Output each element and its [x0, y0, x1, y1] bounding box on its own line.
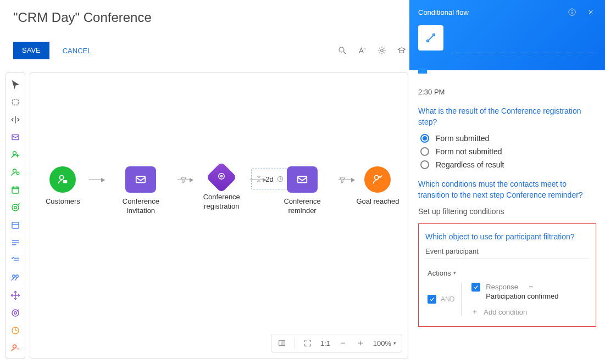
- filter-icon: [338, 176, 346, 184]
- node-registration[interactable]: Conference registration: [193, 166, 250, 211]
- info-icon[interactable]: [567, 7, 578, 18]
- separator: [295, 338, 295, 349]
- zoom-level[interactable]: 100%▾: [373, 339, 396, 348]
- panel-time-value: 2:30 PM: [418, 88, 596, 96]
- svg-point-16: [14, 206, 17, 209]
- checklist-element-icon[interactable]: [9, 254, 21, 266]
- panel-header: Conditional flow: [409, 0, 605, 70]
- question-conditions: Which conditions must the contacts meet …: [418, 179, 596, 200]
- actions-dropdown[interactable]: Actions▾: [428, 269, 589, 277]
- flow-arrow: 2d 2:30 PM: [250, 166, 265, 193]
- filter-icon: [180, 176, 187, 184]
- svg-line-17: [18, 204, 20, 205]
- radio-icon: [420, 147, 429, 156]
- node-customers-label: Customers: [46, 197, 80, 206]
- save-button[interactable]: SAVE: [13, 42, 49, 59]
- exit-element-icon[interactable]: [9, 342, 21, 354]
- flow-type-icon: [418, 25, 443, 51]
- svg-rect-38: [63, 180, 67, 183]
- node-reminder[interactable]: Conference reminder: [266, 166, 339, 216]
- radio-icon: [420, 134, 429, 143]
- email-element-icon[interactable]: [9, 131, 21, 143]
- condition-row[interactable]: Response = Participation confirmed: [471, 283, 558, 300]
- checkbox-checked-icon: [428, 295, 436, 304]
- checkbox-checked-icon: [471, 283, 480, 292]
- svg-point-59: [433, 34, 435, 36]
- question-result: What is the result of the Conference reg…: [418, 106, 596, 127]
- gear-icon[interactable]: [376, 45, 387, 56]
- cancel-button[interactable]: CANCEL: [63, 47, 92, 55]
- text-style-icon[interactable]: [357, 45, 368, 56]
- add-lead-icon[interactable]: [9, 166, 21, 178]
- properties-panel: Conditional flow 2:30 PM What is the res…: [409, 0, 605, 364]
- list-element-icon[interactable]: [9, 237, 21, 249]
- svg-line-1: [343, 52, 346, 54]
- question-object: Which object to use for participant filt…: [425, 232, 589, 243]
- tool-palette: [5, 72, 25, 359]
- zoom-out-button[interactable]: [338, 338, 348, 348]
- condition-field: Response: [486, 283, 518, 291]
- svg-point-30: [14, 312, 17, 315]
- goal-element-icon[interactable]: [9, 307, 21, 319]
- page-header: "CRM Day" Conference: [13, 10, 407, 25]
- scale-one-to-one[interactable]: 1:1: [320, 339, 330, 348]
- audience-element-icon[interactable]: [9, 272, 21, 284]
- svg-rect-45: [298, 177, 307, 183]
- zoom-in-button[interactable]: [356, 338, 365, 348]
- node-reminder-label: Conference reminder: [269, 197, 335, 216]
- move-element-icon[interactable]: [9, 289, 21, 301]
- panel-body: 2:30 PM What is the result of the Confer…: [409, 70, 605, 364]
- svg-point-55: [572, 10, 573, 11]
- diagram-canvas[interactable]: Customers Conference invitation Conferen…: [30, 72, 408, 359]
- condition-operator: =: [529, 283, 534, 291]
- add-contact-icon[interactable]: [9, 149, 21, 161]
- pointer-tool-icon[interactable]: [9, 79, 21, 91]
- search-icon[interactable]: [337, 45, 348, 56]
- add-condition-button[interactable]: Add condition: [471, 308, 558, 316]
- and-operator[interactable]: AND: [428, 283, 461, 316]
- subheading-filtering: Set up filtering conditions: [418, 207, 596, 216]
- radio-regardless[interactable]: Regardless of result: [420, 160, 596, 169]
- node-customers[interactable]: Customers: [37, 166, 89, 206]
- flow-row: Customers Conference invitation Conferen…: [37, 166, 401, 232]
- main-toolbar: SAVE CANCEL: [13, 41, 407, 60]
- calendar-element-icon[interactable]: [9, 219, 21, 231]
- columns-icon[interactable]: [277, 338, 287, 348]
- radio-form-not-submitted[interactable]: Form not submitted: [420, 147, 596, 156]
- hourglass-icon: [255, 175, 263, 183]
- node-goal-label: Goal reached: [356, 197, 399, 206]
- node-invitation-label: Conference invitation: [108, 197, 174, 216]
- svg-rect-39: [136, 177, 146, 183]
- svg-point-58: [427, 40, 429, 42]
- svg-point-15: [12, 204, 19, 211]
- node-goal[interactable]: Goal reached: [354, 166, 401, 206]
- svg-point-10: [16, 172, 19, 175]
- alignment-tool-icon[interactable]: [9, 114, 21, 126]
- node-registration-label: Conference registration: [193, 193, 250, 211]
- node-invitation[interactable]: Conference invitation: [104, 166, 177, 216]
- svg-rect-18: [12, 222, 19, 228]
- svg-rect-3: [13, 99, 19, 105]
- page-title: "CRM Day" Conference: [13, 10, 407, 25]
- fit-screen-icon[interactable]: [303, 338, 313, 348]
- panel-name-line[interactable]: [452, 53, 596, 53]
- canvas-footer: 1:1 100%▾: [271, 334, 402, 352]
- svg-rect-47: [279, 340, 285, 345]
- toolbar-right: [337, 45, 407, 56]
- svg-point-2: [381, 49, 384, 52]
- radio-icon: [420, 160, 429, 169]
- timer-element-icon[interactable]: [9, 324, 21, 337]
- panel-tab-indicator: [418, 68, 427, 74]
- lasso-tool-icon[interactable]: [9, 96, 21, 108]
- condition-group: AND Response = Participation confirmed: [428, 283, 589, 316]
- panel-title: Conditional flow: [418, 8, 469, 16]
- svg-point-0: [339, 47, 344, 52]
- object-field[interactable]: Event participant: [425, 247, 589, 259]
- target-element-icon[interactable]: [9, 201, 21, 214]
- condition-value: Participation confirmed: [486, 292, 558, 300]
- close-icon[interactable]: [585, 7, 596, 18]
- radio-form-submitted[interactable]: Form submitted: [420, 134, 596, 143]
- event-element-icon[interactable]: [9, 184, 21, 196]
- academy-icon[interactable]: [396, 45, 407, 56]
- svg-point-46: [375, 176, 379, 180]
